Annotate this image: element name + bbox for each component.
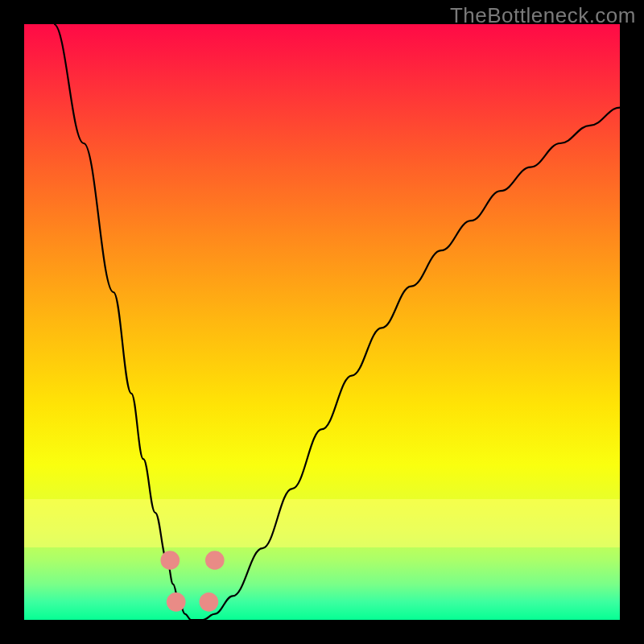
- dip-marker: [160, 551, 180, 570]
- dip-marker: [205, 551, 225, 570]
- dip-markers: [160, 551, 224, 611]
- dip-marker: [167, 592, 186, 612]
- dip-marker: [200, 592, 219, 612]
- bottleneck-curve: [54, 24, 620, 620]
- plot-area: [24, 24, 620, 620]
- watermark-text: TheBottleneck.com: [450, 3, 636, 28]
- curve-layer: [24, 24, 620, 620]
- chart-frame: TheBottleneck.com: [0, 0, 644, 644]
